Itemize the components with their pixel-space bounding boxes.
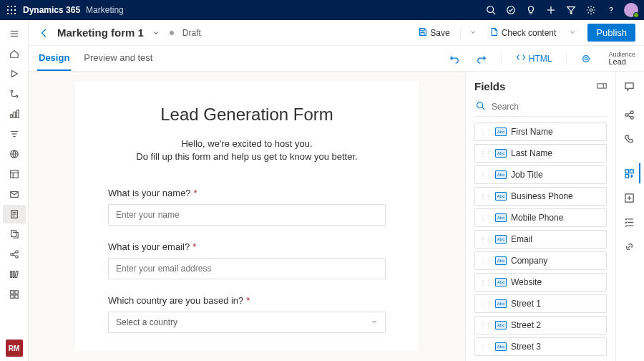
nav-menu-icon[interactable] [3, 24, 26, 43]
svg-rect-4 [11, 9, 12, 11]
persona-badge[interactable]: RM [6, 340, 23, 357]
field-item-label: Website [511, 277, 542, 287]
name-input[interactable] [108, 204, 386, 226]
svg-point-11 [507, 6, 515, 14]
rail-elements-icon[interactable] [620, 163, 640, 183]
field-item[interactable]: ⋮⋮AbcFirst Name [474, 122, 607, 141]
svg-rect-59 [625, 169, 629, 173]
rail-chat-icon[interactable] [620, 76, 640, 96]
add-icon[interactable] [541, 0, 561, 20]
drag-handle-icon: ⋮⋮ [479, 279, 491, 287]
nav-email-icon[interactable] [3, 185, 26, 203]
field-item[interactable]: ⋮⋮AbcEmail [474, 230, 607, 249]
settings-icon[interactable] [581, 0, 601, 20]
search-input[interactable] [474, 97, 607, 117]
svg-point-55 [630, 110, 633, 113]
svg-rect-60 [630, 169, 633, 173]
undo-button[interactable] [447, 54, 462, 64]
nav-library-icon[interactable] [3, 265, 26, 284]
filter-icon[interactable] [561, 0, 581, 20]
form-field-name[interactable]: What is your name?* [108, 188, 386, 226]
svg-rect-22 [16, 110, 19, 118]
form-canvas[interactable]: Lead Generation Form Hello, we're excite… [75, 82, 419, 351]
rail-link-icon[interactable] [620, 236, 640, 256]
field-item[interactable]: ⋮⋮AbcStreet 3 [474, 337, 607, 356]
title-chevron-icon[interactable] [152, 27, 160, 39]
user-avatar[interactable] [624, 3, 638, 17]
save-button[interactable]: Save [414, 24, 454, 42]
form-title: Lead Generation Form [108, 105, 386, 125]
nav-template-icon[interactable] [3, 165, 26, 183]
nav-analytics-icon[interactable] [3, 105, 26, 123]
form-field-country[interactable]: Which country are you based in?* Select … [108, 295, 386, 333]
email-input[interactable] [108, 258, 386, 279]
rail-checklist-icon[interactable] [620, 212, 640, 232]
field-item[interactable]: ⋮⋮AbcJob Title [474, 165, 607, 184]
form-field-email[interactable]: What is your email?* [108, 241, 386, 279]
check-content-button[interactable]: Check content [485, 24, 561, 42]
rail-add-icon[interactable] [620, 188, 640, 208]
text-field-icon: Abc [495, 170, 507, 179]
search-icon[interactable] [481, 0, 501, 20]
field-item[interactable]: ⋮⋮AbcCompany [474, 251, 607, 270]
field-item[interactable]: ⋮⋮AbcWebsite [474, 273, 607, 292]
text-field-icon: Abc [495, 192, 507, 201]
save-icon [418, 27, 427, 39]
nav-pages-icon[interactable] [3, 225, 26, 244]
field-item[interactable]: ⋮⋮AbcLast Name [474, 144, 607, 163]
field-item[interactable]: ⋮⋮AbcMobile Phone [474, 208, 607, 227]
field-item[interactable]: ⋮⋮AbcStreet 2 [474, 316, 607, 334]
publish-button[interactable]: Publish [587, 24, 635, 42]
drag-handle-icon: ⋮⋮ [479, 343, 491, 351]
nav-forms-icon[interactable] [3, 205, 26, 223]
nav-assets-icon[interactable] [3, 285, 26, 304]
svg-rect-41 [10, 271, 11, 278]
field-label: What is your email?* [108, 241, 386, 252]
svg-rect-3 [7, 9, 9, 11]
fields-list: ⋮⋮AbcFirst Name⋮⋮AbcLast Name⋮⋮AbcJob Ti… [466, 122, 615, 361]
field-item[interactable]: ⋮⋮AbcBusiness Phone [474, 187, 607, 206]
status-label: Draft [182, 28, 201, 38]
country-select[interactable]: Select a country [108, 312, 386, 333]
document-icon [489, 27, 499, 39]
svg-point-52 [477, 102, 483, 108]
field-item-label: First Name [511, 127, 553, 137]
canvas-area: Lead Generation Form Hello, we're excite… [29, 72, 465, 361]
check-chevron-icon[interactable] [566, 29, 579, 37]
svg-rect-0 [7, 6, 9, 7]
rail-phone-icon[interactable] [620, 129, 640, 149]
back-button[interactable] [37, 28, 52, 38]
tab-design[interactable]: Design [37, 46, 71, 71]
help-icon[interactable] [601, 0, 621, 20]
audience-selector[interactable]: Audience Lead [608, 52, 635, 66]
audience-icon [578, 54, 594, 64]
field-label: What is your name?* [108, 188, 386, 198]
drag-handle-icon: ⋮⋮ [479, 128, 491, 136]
task-icon[interactable] [501, 0, 521, 20]
right-tool-rail [615, 72, 644, 361]
nav-home-icon[interactable] [3, 44, 26, 63]
drag-handle-icon: ⋮⋮ [479, 214, 491, 222]
rail-related-icon[interactable] [620, 105, 640, 125]
save-chevron-icon[interactable] [467, 29, 479, 37]
field-item[interactable]: ⋮⋮AbcStreet 1 [474, 294, 607, 313]
field-item-label: Company [511, 256, 547, 266]
html-button[interactable]: HTML [513, 52, 555, 64]
svg-line-57 [628, 112, 631, 114]
divider [460, 27, 461, 39]
nav-globe-icon[interactable] [3, 145, 26, 163]
drag-handle-icon: ⋮⋮ [479, 150, 491, 158]
app-launcher-icon[interactable] [6, 4, 17, 16]
drag-handle-icon: ⋮⋮ [479, 322, 491, 329]
tab-preview[interactable]: Preview and test [82, 46, 154, 71]
lightbulb-icon[interactable] [521, 0, 541, 20]
redo-button[interactable] [474, 54, 489, 64]
nav-social-icon[interactable] [3, 245, 26, 264]
nav-journey-icon[interactable] [3, 85, 26, 103]
collapse-icon[interactable] [597, 82, 607, 92]
nav-play-icon[interactable] [3, 64, 26, 83]
svg-rect-8 [14, 13, 16, 14]
form-intro: Hello, we're excited to host you. Do fil… [108, 138, 386, 163]
nav-segments-icon[interactable] [3, 125, 26, 143]
brand-label: Dynamics 365 [23, 5, 80, 15]
